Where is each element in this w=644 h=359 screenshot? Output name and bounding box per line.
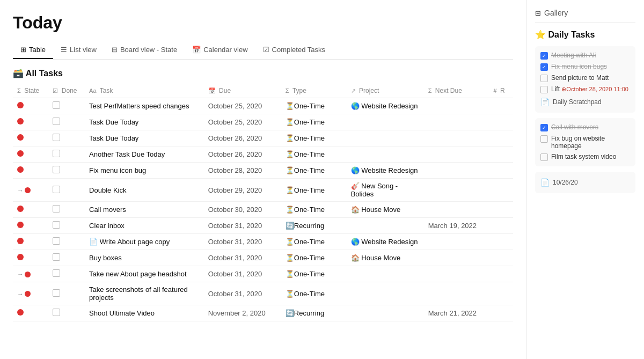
cell-done — [48, 130, 85, 146]
cell-r — [489, 234, 513, 250]
task-label-lift: Lift ⊕October 28, 2020 11:00 — [551, 85, 628, 93]
task-name[interactable]: Test PerfMatters speed changes — [89, 102, 189, 110]
checkbox-send-picture[interactable] — [540, 75, 548, 82]
cell-task: Double Kick — [85, 179, 204, 202]
tab-calendar[interactable]: 📅 Calendar view — [185, 41, 255, 59]
cell-type: 🔄Recurring — [281, 218, 347, 234]
table-row: Clear inboxOctober 31, 2020🔄RecurringMar… — [13, 218, 513, 234]
done-checkbox[interactable] — [53, 205, 60, 213]
cell-project: 🎸 New Song - Bolides — [347, 179, 424, 202]
cell-project — [347, 266, 424, 282]
tab-table[interactable]: ⊞ Table — [13, 41, 53, 59]
checkbox-meeting-ali[interactable] — [540, 52, 548, 60]
gallery-label: Gallery — [544, 9, 568, 17]
note-link[interactable]: 📄 10/26/20 — [540, 177, 630, 188]
table-row: Test PerfMatters speed changesOctober 25… — [13, 98, 513, 114]
cell-state — [13, 250, 48, 266]
done-checkbox[interactable] — [53, 237, 60, 245]
daily-task2-1: Call with movers — [540, 123, 630, 131]
task-label-fix-bug: Fix bug on website homepage — [551, 135, 630, 150]
checkbox-film-video[interactable] — [540, 153, 548, 161]
task-name[interactable]: Take new About page headshot — [89, 270, 186, 278]
scratchpad-link[interactable]: 📄 Daily Scratchpad — [540, 97, 630, 107]
done-checkbox[interactable] — [53, 221, 60, 229]
task-name[interactable]: Task Due Today — [89, 134, 138, 142]
done-checkbox[interactable] — [53, 253, 60, 261]
task-name[interactable]: Task Due Today — [89, 118, 138, 126]
task-name[interactable]: 📄 Write About page copy — [89, 238, 170, 246]
cell-project: 🏠 House Move — [347, 250, 424, 266]
cell-state — [13, 218, 48, 234]
done-checkbox[interactable] — [53, 150, 60, 157]
cell-project — [347, 130, 424, 146]
state-dot — [17, 118, 24, 124]
cell-project — [347, 146, 424, 163]
done-checkbox[interactable] — [53, 186, 60, 193]
done-checkbox[interactable] — [53, 118, 60, 125]
task-name[interactable]: Call movers — [89, 206, 126, 214]
daily-tasks-title: ⭐ Daily Tasks — [535, 30, 635, 40]
cell-type: ⏳One-Time — [281, 114, 347, 130]
task-name[interactable]: Fix menu icon bug — [89, 166, 146, 174]
cell-project: 🌎 Website Redesign — [347, 234, 424, 250]
done-checkbox[interactable] — [53, 269, 60, 277]
tab-board[interactable]: ⊟ Board view - State — [104, 41, 185, 59]
done-checkbox[interactable] — [53, 134, 60, 141]
checkbox-fix-bug[interactable] — [540, 135, 548, 143]
cell-due: October 26, 2020 — [204, 130, 281, 146]
cell-nextdue — [424, 202, 489, 218]
board-icon: ⊟ — [112, 46, 118, 54]
task-name[interactable]: Clear inbox — [89, 222, 125, 230]
daily-task-3: Send picture to Matt — [540, 74, 630, 82]
cell-task: Call movers — [85, 202, 204, 218]
cell-done — [48, 266, 85, 282]
tab-completed[interactable]: ☑ Completed Tasks — [255, 41, 333, 59]
checkbox-call-movers[interactable] — [540, 124, 548, 131]
cell-due: October 29, 2020 — [204, 179, 281, 202]
cell-nextdue — [424, 179, 489, 202]
daily-task2-3: Film task system video — [540, 153, 630, 161]
state-arrow-dot: → — [17, 270, 31, 278]
sidebar: ⊞ Gallery ⭐ Daily Tasks Meeting with Ali… — [526, 0, 644, 359]
done-checkbox[interactable] — [53, 101, 60, 109]
cell-done — [48, 305, 85, 321]
table-row: Another Task Due TodayOctober 26, 2020⏳O… — [13, 146, 513, 163]
done-checkbox[interactable] — [53, 166, 60, 173]
state-arrow-dot: → — [17, 290, 31, 298]
tasks-table: Σ State ☑ Done Aa Task 📅 Due Σ Type ↗ Pr… — [13, 84, 513, 321]
task-name[interactable]: Another Task Due Today — [89, 150, 165, 158]
cell-due: October 31, 2020 — [204, 218, 281, 234]
table-row: Shoot Ultimate VideoNovember 2, 2020🔄Rec… — [13, 305, 513, 321]
state-arrow-dot: → — [17, 187, 31, 194]
main-content: Today ⊞ Table ☰ List view ⊟ Board view -… — [0, 0, 526, 359]
col-header-nextdue: Σ Next Due — [424, 84, 489, 98]
cell-task: Fix menu icon bug — [85, 163, 204, 179]
cell-due: October 31, 2020 — [204, 234, 281, 250]
checkbox-lift[interactable] — [540, 86, 548, 93]
cell-type: ⏳One-Time — [281, 179, 347, 202]
task-name[interactable]: Shoot Ultimate Video — [89, 309, 155, 317]
done-checkbox[interactable] — [53, 289, 60, 297]
daily-tasks-section-2: Call with movers Fix bug on website home… — [535, 118, 635, 166]
col-header-task: Aa Task — [85, 84, 204, 98]
cell-r — [489, 305, 513, 321]
daily-task-4: Lift ⊕October 28, 2020 11:00 — [540, 85, 630, 93]
daily-task2-2: Fix bug on website homepage — [540, 135, 630, 150]
cell-task: Task Due Today — [85, 114, 204, 130]
checkbox-fix-menu[interactable] — [540, 63, 548, 71]
task-name[interactable]: Take screenshots of all featured project… — [89, 285, 188, 302]
cell-task: Take screenshots of all featured project… — [85, 282, 204, 305]
cell-due: October 31, 2020 — [204, 266, 281, 282]
state-dot — [17, 254, 24, 260]
done-checkbox[interactable] — [53, 309, 60, 316]
cell-state — [13, 163, 48, 179]
col-header-due: 📅 Due — [204, 84, 281, 98]
cell-done — [48, 218, 85, 234]
cell-type: ⏳One-Time — [281, 282, 347, 305]
cell-state — [13, 202, 48, 218]
task-label-call-movers: Call with movers — [551, 123, 598, 131]
task-name[interactable]: Buy boxes — [89, 254, 122, 262]
task-name[interactable]: Double Kick — [89, 186, 126, 194]
tab-list[interactable]: ☰ List view — [53, 41, 104, 59]
cell-r — [489, 146, 513, 163]
